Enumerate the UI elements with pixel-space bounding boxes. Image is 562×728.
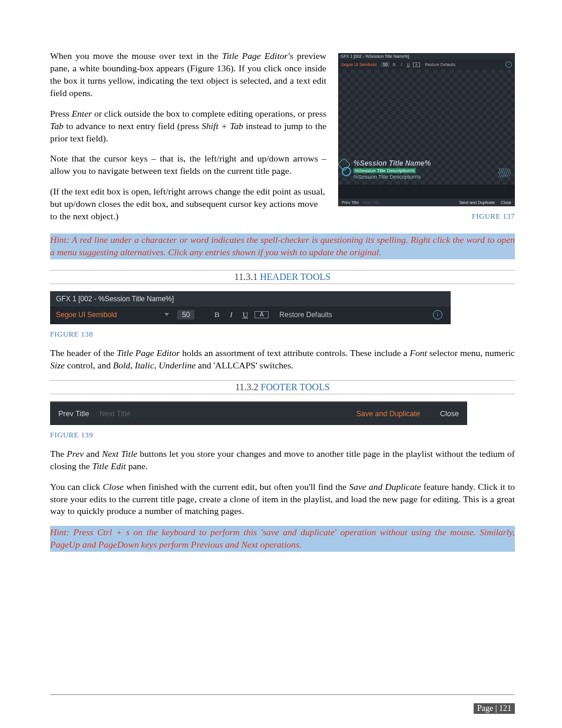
font-selector[interactable]: Segoe UI Semibold	[341, 62, 376, 67]
section-number: 11.3.2	[235, 382, 260, 392]
allcaps-button[interactable]: A	[254, 311, 269, 318]
info-icon[interactable]: i	[505, 61, 512, 68]
section-number: 11.3.1	[234, 272, 260, 282]
info-icon[interactable]: i	[433, 310, 442, 319]
session-title-name[interactable]: %Session Title Name%	[353, 159, 509, 167]
section-heading-header-tools: 11.3.1 HEADER TOOLS	[50, 270, 515, 284]
allcaps-button[interactable]: A	[413, 62, 420, 67]
editor-toolbar: Segoe UI Semibold 50 B I U A Restore Def…	[50, 307, 451, 324]
size-input[interactable]: 50	[381, 62, 389, 67]
hint-box-1: Hint: A red line under a character or wo…	[50, 233, 515, 259]
figure-138-caption: FIGURE 138	[50, 330, 515, 339]
editor-footer: Prev Title Next Title Save and Duplicate…	[338, 199, 515, 206]
paragraph-5: The header of the Title Page Editor hold…	[50, 347, 515, 372]
underline-button[interactable]: U	[406, 62, 411, 67]
close-button[interactable]: Close	[501, 200, 511, 205]
close-button[interactable]: Close	[440, 410, 459, 418]
page-number: Page | 121	[474, 703, 515, 714]
size-input[interactable]: 50	[177, 310, 194, 319]
window-titlebar: GFX 1 [002 - %Session Title Name%]	[338, 53, 515, 60]
next-title-button: Next Title	[362, 200, 379, 205]
footer-rule	[50, 694, 515, 695]
bold-button[interactable]: B	[392, 62, 396, 67]
preview-pane[interactable]: %Session Title Name% %Session Title Desc…	[338, 70, 515, 185]
restore-defaults-button[interactable]: Restore Defaults	[425, 62, 455, 67]
bold-button[interactable]: B	[212, 311, 222, 318]
figure-137: GFX 1 [002 - %Session Title Name%] Segoe…	[338, 53, 515, 221]
paragraph-7: You can click Close when finished with t…	[50, 481, 515, 518]
figure-138-header-tools: GFX 1 [002 - %Session Title Name%] Segoe…	[50, 291, 451, 324]
section-title: FOOTER TOOLS	[261, 382, 330, 392]
figure-139-footer-tools: Prev Title Next Title Save and Duplicate…	[50, 401, 467, 425]
hint-box-2: Hint: Press Ctrl + s on the keyboard to …	[50, 526, 515, 552]
italic-button[interactable]: I	[226, 311, 236, 318]
prev-title-button[interactable]: Prev Title	[58, 410, 89, 418]
session-title-description[interactable]: %Session Title Description%	[353, 168, 416, 173]
figure-139-caption: FIGURE 139	[50, 431, 515, 440]
session-title-description-2[interactable]: %Session Title Description%	[353, 174, 509, 180]
next-title-button: Next Title	[100, 410, 130, 418]
editor-toolbar: Segoe UI Semibold 50 B I U A Restore Def…	[338, 60, 515, 70]
save-and-duplicate-button[interactable]: Save and Duplicate	[354, 409, 422, 419]
paragraph-6: The Prev and Next Title buttons let you …	[50, 448, 515, 473]
section-heading-footer-tools: 11.3.2 FOOTER TOOLS	[50, 380, 515, 394]
restore-defaults-button[interactable]: Restore Defaults	[279, 311, 332, 318]
figure-137-caption: FIGURE 137	[338, 212, 515, 221]
prev-title-button[interactable]: Prev Title	[342, 200, 359, 205]
section-title: HEADER TOOLS	[260, 272, 330, 282]
window-titlebar: GFX 1 [002 - %Session Title Name%]	[50, 291, 451, 307]
italic-button[interactable]: I	[399, 62, 404, 67]
figure-137-screenshot: GFX 1 [002 - %Session Title Name%] Segoe…	[338, 53, 515, 206]
save-and-duplicate-button[interactable]: Save and Duplicate	[459, 200, 495, 205]
underline-button[interactable]: U	[240, 311, 250, 318]
chevron-down-icon[interactable]	[164, 313, 169, 316]
font-selector[interactable]: Segoe UI Semibold	[56, 311, 156, 318]
